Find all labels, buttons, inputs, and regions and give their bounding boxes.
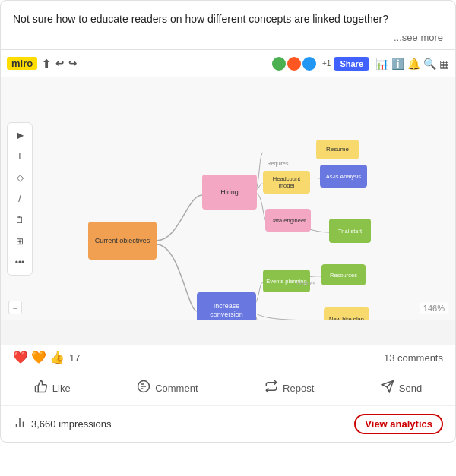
like-icon bbox=[34, 380, 48, 396]
cursor-tool[interactable]: ▶ bbox=[11, 126, 29, 144]
view-analytics-button[interactable]: View analytics bbox=[354, 414, 443, 434]
comment-button[interactable]: Comment bbox=[125, 372, 210, 404]
impressions-count: 3,660 impressions bbox=[31, 418, 112, 430]
node-trial-start: Trial start bbox=[329, 219, 371, 243]
undo-icon[interactable]: ↩ bbox=[55, 58, 64, 69]
avatar-3 bbox=[301, 55, 318, 72]
reactions-count: 17 bbox=[69, 352, 80, 364]
post-body-text: Not sure how to educate readers on how d… bbox=[13, 13, 388, 25]
node-requires: Requires bbox=[264, 159, 291, 169]
repost-button[interactable]: Repost bbox=[252, 372, 326, 404]
send-label: Send bbox=[399, 383, 422, 394]
more-tool[interactable]: ••• bbox=[11, 254, 29, 272]
line-label-includes: Includes bbox=[296, 281, 315, 286]
bell-icon[interactable]: 🔔 bbox=[407, 58, 420, 70]
node-headcount: Headcount model bbox=[263, 171, 310, 194]
node-new-hire: New hire plan bbox=[324, 307, 369, 320]
comment-icon bbox=[137, 380, 150, 396]
node-resources: Resources bbox=[321, 264, 366, 285]
redo-icon[interactable]: ↪ bbox=[68, 58, 77, 69]
reaction-heart: ❤️ bbox=[13, 351, 28, 364]
impressions-left: 3,660 impressions bbox=[13, 416, 112, 433]
avatar-1 bbox=[271, 55, 287, 72]
frame-tool[interactable]: ⊞ bbox=[11, 232, 29, 251]
send-icon bbox=[381, 380, 394, 396]
impressions-icon bbox=[13, 416, 27, 433]
send-button[interactable]: Send bbox=[369, 372, 434, 404]
post-text: Not sure how to educate readers on how d… bbox=[1, 1, 455, 32]
miro-canvas: ▶ T ◇ / 🗒 ⊞ ••• bbox=[1, 77, 455, 320]
miro-toolbar-right: +1 Share 📊 ℹ️ 🔔 🔍 ▦ bbox=[271, 55, 449, 72]
reactions-left: ❤️ 🧡 👍 17 bbox=[13, 351, 80, 364]
search-icon[interactable]: 🔍 bbox=[423, 58, 436, 70]
comments-count[interactable]: 13 comments bbox=[384, 352, 443, 364]
repost-icon bbox=[264, 380, 278, 396]
miro-side-tools: ▶ T ◇ / 🗒 ⊞ ••• bbox=[7, 122, 33, 276]
miro-embed: miro ⬆ ↩ ↪ +1 Share 📊 ℹ️ 🔔 🔍 ▦ bbox=[1, 49, 455, 345]
sticky-tool[interactable]: 🗒 bbox=[11, 211, 29, 229]
miro-logo: miro bbox=[7, 57, 37, 70]
reactions-row: ❤️ 🧡 👍 17 13 comments bbox=[1, 345, 455, 370]
node-increase-conversion: Increase conversion bbox=[197, 292, 256, 320]
reaction-orange-heart: 🧡 bbox=[31, 351, 46, 364]
node-resume: Resume bbox=[316, 140, 359, 159]
actions-row: Like Comment Repost bbox=[1, 370, 455, 406]
shape-tool[interactable]: ◇ bbox=[11, 169, 29, 187]
see-more-row: ...see more bbox=[1, 32, 455, 49]
share-button[interactable]: Share bbox=[334, 57, 369, 71]
avatar-count: +1 bbox=[322, 59, 331, 68]
miro-toolbar-left: miro ⬆ ↩ ↪ bbox=[7, 57, 77, 70]
upload-icon[interactable]: ⬆ bbox=[42, 58, 51, 70]
comment-label: Comment bbox=[155, 383, 198, 394]
pen-tool[interactable]: / bbox=[11, 190, 29, 208]
bar-chart-icon[interactable]: 📊 bbox=[375, 58, 388, 70]
node-hiring: Hiring bbox=[202, 175, 257, 210]
repost-label: Repost bbox=[283, 383, 314, 394]
miro-toolbar: miro ⬆ ↩ ↪ +1 Share 📊 ℹ️ 🔔 🔍 ▦ bbox=[1, 50, 455, 77]
see-more-link[interactable]: ...see more bbox=[394, 32, 443, 43]
node-as-is-analysis: As-is Analysis bbox=[320, 165, 367, 188]
text-tool[interactable]: T bbox=[11, 147, 29, 165]
zoom-indicator: 146% bbox=[420, 302, 448, 314]
node-data-engineer: Data engineer bbox=[265, 209, 311, 232]
avatar-2 bbox=[286, 55, 302, 72]
analytics-row: 3,660 impressions View analytics bbox=[1, 406, 455, 442]
node-current-objectives: Current objectives bbox=[88, 222, 157, 260]
post-card: Not sure how to educate readers on how d… bbox=[0, 0, 456, 443]
reaction-thumbs-up: 👍 bbox=[49, 351, 65, 364]
nav-indicator[interactable]: – bbox=[8, 301, 22, 314]
like-label: Like bbox=[52, 383, 71, 394]
grid-icon[interactable]: ▦ bbox=[439, 58, 449, 70]
info-icon[interactable]: ℹ️ bbox=[391, 58, 404, 70]
like-button[interactable]: Like bbox=[22, 372, 83, 404]
